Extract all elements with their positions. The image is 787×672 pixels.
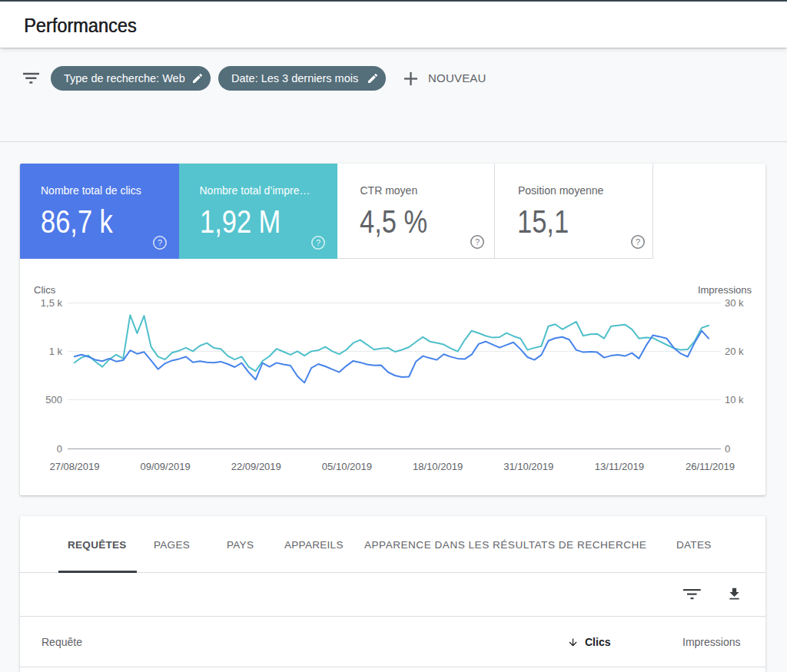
- svg-text:500: 500: [45, 394, 62, 406]
- svg-text:0: 0: [57, 443, 62, 455]
- svg-text:0: 0: [725, 443, 730, 455]
- svg-text:?: ?: [315, 238, 320, 247]
- svg-text:09/09/2019: 09/09/2019: [141, 461, 191, 472]
- svg-text:30 k: 30 k: [725, 297, 744, 309]
- svg-text:?: ?: [157, 238, 161, 247]
- svg-text:20 k: 20 k: [725, 346, 744, 357]
- svg-text:?: ?: [636, 237, 640, 247]
- svg-text:31/10/2019: 31/10/2019: [503, 461, 553, 472]
- svg-text:13/11/2019: 13/11/2019: [595, 461, 644, 472]
- svg-text:1 k: 1 k: [49, 346, 63, 357]
- svg-text:10 k: 10 k: [725, 394, 744, 406]
- svg-text:Impressions: Impressions: [698, 284, 752, 296]
- svg-text:?: ?: [475, 237, 480, 247]
- svg-text:18/10/2019: 18/10/2019: [413, 461, 463, 472]
- svg-text:1,5 k: 1,5 k: [41, 297, 63, 309]
- svg-text:27/08/2019: 27/08/2019: [49, 461, 99, 472]
- svg-text:05/10/2019: 05/10/2019: [322, 461, 372, 472]
- svg-text:22/09/2019: 22/09/2019: [231, 461, 281, 472]
- svg-text:26/11/2019: 26/11/2019: [686, 461, 735, 472]
- svg-text:Clics: Clics: [34, 284, 56, 296]
